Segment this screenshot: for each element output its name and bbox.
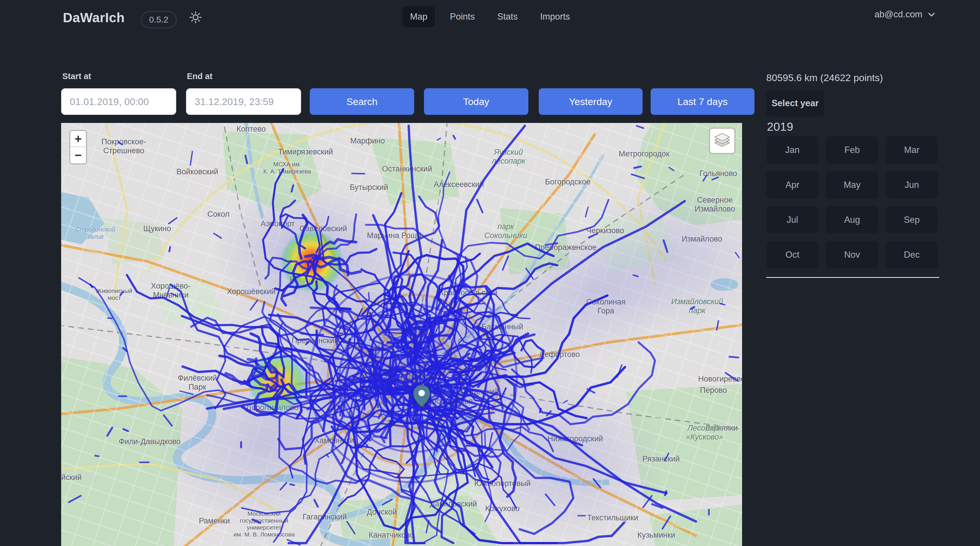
start-date-input[interactable]	[61, 88, 176, 115]
map-place-label: Хамовники	[314, 436, 354, 445]
start-at-label: Start at	[62, 72, 91, 81]
zoom-out-button[interactable]: −	[70, 147, 86, 163]
map-place-label: Рязанский	[642, 455, 680, 464]
map-place-label: Покровское- Стрешнево	[102, 137, 146, 155]
nav-tab-map[interactable]: Map	[402, 6, 435, 27]
sun-icon	[189, 10, 202, 24]
map-place-label: Богородское	[545, 178, 591, 187]
month-button-oct[interactable]: Oct	[766, 241, 818, 268]
map-place-label: Аэропорт	[261, 220, 295, 228]
map-place-label: Нижегородский	[547, 434, 603, 444]
map-place-label: Беговой	[290, 275, 319, 284]
map-place-label: Северное Измайлово	[694, 196, 735, 214]
filter-controls: Start at End at Search Today Yesterday L…	[61, 70, 754, 120]
user-email: ab@cd.com	[875, 9, 922, 20]
map-place-label: Бутырский	[350, 183, 388, 192]
map-place-label: Красносельский	[439, 289, 498, 297]
month-button-apr[interactable]: Apr	[766, 171, 818, 198]
map-place-label: Гольяново	[699, 169, 737, 178]
month-button-jul[interactable]: Jul	[766, 206, 818, 233]
map-place-label: Измайлово	[681, 235, 722, 244]
end-at-label: End at	[187, 72, 213, 81]
end-date-input[interactable]	[186, 88, 301, 115]
month-button-mar[interactable]: Mar	[886, 136, 938, 164]
yesterday-button[interactable]: Yesterday	[539, 88, 643, 115]
map-place-label: Перово	[700, 386, 727, 395]
nav-tab-stats[interactable]: Stats	[490, 6, 525, 27]
map-place-label: Вешняки	[706, 424, 738, 433]
month-button-jan[interactable]: Jan	[766, 136, 818, 164]
map-place-label: Кожухово	[485, 504, 520, 513]
sidebar-divider	[766, 277, 939, 278]
month-button-may[interactable]: May	[826, 171, 878, 198]
map-place-label: Измайловский парк	[671, 297, 723, 315]
zoom-in-button[interactable]: +	[70, 131, 86, 147]
month-button-feb[interactable]: Feb	[826, 136, 878, 164]
map-place-label: Яузский лесопарк	[492, 148, 525, 166]
map-place-label: Строгинский залив	[75, 226, 115, 240]
map-place-label: Войковский	[177, 168, 218, 177]
version-badge: 0.5.2	[141, 11, 177, 28]
map-place-label: Московский государственный университет и…	[233, 510, 295, 538]
last-7-days-button[interactable]: Last 7 days	[651, 88, 754, 115]
user-menu[interactable]: ab@cd.com	[875, 9, 936, 20]
map-place-label: Москва	[385, 370, 439, 383]
map-place-label: Басманный	[482, 322, 523, 331]
nav-tab-points[interactable]: Points	[442, 6, 482, 27]
heatmap-hotspot	[249, 354, 305, 410]
month-button-aug[interactable]: Aug	[826, 206, 878, 233]
search-button[interactable]: Search	[310, 88, 414, 115]
map-place-label: Дорогомилово	[246, 403, 299, 412]
map-base-tiles	[61, 123, 742, 546]
map-place-label: Гагаринский	[302, 513, 347, 522]
year-heading: 2019	[767, 120, 793, 134]
map-place-label: Лесопарк «Кусково»	[686, 424, 723, 442]
map-place-label: Щукино	[143, 224, 171, 233]
app-header: DaWarIch 0.5.2 Map Points Stats Imports …	[0, 0, 980, 35]
map-place-label: Фили-Давыдково	[119, 437, 181, 447]
months-grid: Jan Feb Mar Apr May Jun Jul Aug Sep Oct …	[766, 136, 938, 268]
distance-stats: 80595.6 km (24622 points)	[766, 72, 883, 83]
map-place-label: Кузьминки	[637, 531, 675, 540]
map-place-label: Савёловский	[300, 224, 347, 233]
map-place-label: Новогиреево	[698, 375, 742, 384]
heatmap-haze	[61, 123, 742, 546]
map-place-label: айский	[61, 473, 82, 482]
map-place-label: Живописный мост	[96, 287, 132, 301]
map-container[interactable]: Покровское- СтрешневоКоптевоМарфиноТимир…	[61, 123, 742, 546]
month-button-nov[interactable]: Nov	[826, 241, 878, 268]
map-place-label: Таганский	[463, 388, 499, 396]
month-button-jun[interactable]: Jun	[886, 171, 938, 198]
map-place-label: Коптево	[237, 125, 266, 134]
map-place-label: Лефортово	[539, 350, 580, 359]
map-place-label: Тимирязевский	[278, 148, 333, 157]
map-place-label: парк Сокольники	[484, 222, 527, 240]
year-sidebar: 80595.6 km (24622 points) Select year 20…	[766, 70, 949, 544]
map-place-label: Марфино	[350, 137, 385, 146]
map-place-label: Хорошёвский	[227, 287, 275, 296]
map-place-label: Донской	[367, 508, 397, 517]
map-place-label: Останкинский	[382, 164, 432, 174]
map-zoom-control: + −	[69, 130, 87, 164]
gps-tracks	[61, 123, 742, 546]
map-place-label: Раменки	[199, 517, 230, 525]
nav-tab-imports[interactable]: Imports	[533, 6, 578, 27]
select-year-button[interactable]: Select year	[766, 90, 824, 117]
app-logo[interactable]: DaWarIch	[63, 10, 124, 26]
theme-toggle-button[interactable]	[187, 9, 204, 26]
map-place-label: Даниловский	[430, 500, 477, 508]
month-button-sep[interactable]: Sep	[886, 206, 938, 233]
map-place-label: Алексеевский	[434, 180, 484, 189]
map-layers-control[interactable]	[709, 128, 735, 154]
map-place-label: Текстильщики	[587, 514, 638, 523]
chevron-down-icon	[927, 10, 936, 19]
location-pin[interactable]	[413, 385, 431, 407]
month-button-dec[interactable]: Dec	[886, 241, 938, 268]
dawarich-app: DaWarIch 0.5.2 Map Points Stats Imports …	[0, 0, 980, 546]
layers-icon	[712, 131, 732, 151]
today-button[interactable]: Today	[424, 88, 528, 115]
map-place-label: Замоскворечье	[418, 397, 473, 406]
map-place-label: Хорошёво- Мнёвники	[151, 281, 190, 299]
heatmap-hotspot	[282, 231, 342, 291]
map-place-label: Южнопортовый	[474, 479, 530, 488]
